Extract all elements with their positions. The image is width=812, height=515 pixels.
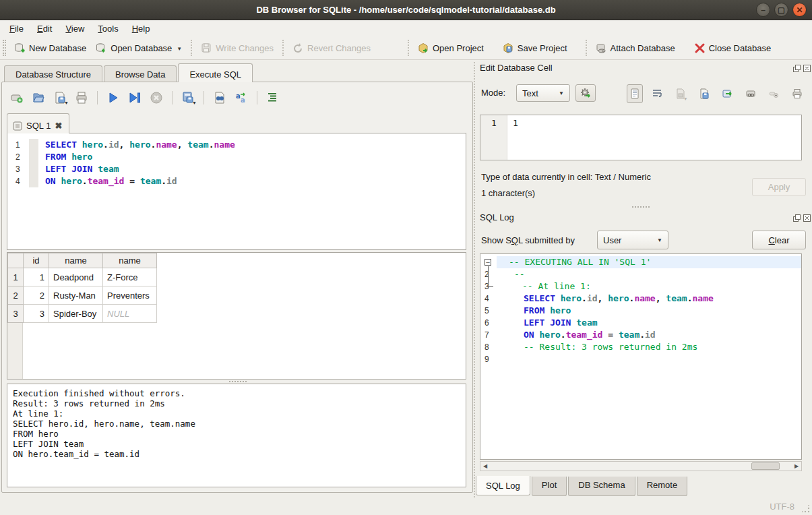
cell[interactable]: 2 [24,286,49,305]
corner-header[interactable] [8,253,24,268]
attach-database-button[interactable]: Attach Database [591,39,680,57]
column-header-id[interactable]: id [24,253,49,268]
log-line: 1 – -- EXECUTING ALL IN 'SQL 1' [480,256,801,268]
scrollbar-thumb[interactable] [751,462,780,470]
editor-line: 4 ON hero.team_id = team.id [7,175,466,187]
execution-message-panel[interactable]: Execution finished without errors. Resul… [7,384,466,487]
toolbar-separator [204,91,204,104]
editor-line: 3 LEFT JOIN team [7,163,466,175]
title-bar[interactable]: DB Browser for SQLite - /home/user/code/… [0,0,812,20]
column-header-name1[interactable]: name [49,253,103,268]
tab-sql-log[interactable]: SQL Log [476,476,530,495]
horizontal-scrollbar[interactable]: ◀ ▶ [480,461,802,471]
edit-cell-icon-bar: ▼ [627,84,803,104]
cell-editor[interactable]: 1 1 [480,115,802,160]
float-panel-icon[interactable] [792,64,801,72]
fold-collapse-icon[interactable]: – [485,259,491,266]
menu-file[interactable]: File [3,22,30,36]
save-file-icon[interactable] [698,86,710,101]
mode-combo[interactable]: Text ▼ [516,84,570,102]
close-tab-icon[interactable]: ✖ [55,121,62,131]
save-sql-file-icon[interactable]: ▼ [53,90,67,105]
text-mode-icon[interactable] [627,84,643,103]
open-sql-file-icon[interactable] [31,90,46,105]
menu-help[interactable]: Help [125,22,157,36]
sql-log-view[interactable]: 1 – -- EXECUTING ALL IN 'SQL 1' 2 -- 3 -… [480,253,802,460]
open-url-icon[interactable] [745,86,757,101]
results-grid[interactable]: id name name 1 1 Deadpond Z-Force 2 2 Ru… [7,252,466,380]
sql-file-icon [13,121,22,131]
svg-text:a: a [236,92,241,100]
revert-changes-button[interactable]: Revert Changes [288,39,375,57]
format-sql-icon[interactable] [266,90,280,105]
toolbar-separator [191,40,192,56]
mode-label: Mode: [481,88,505,98]
tab-execute-sql[interactable]: Execute SQL [178,63,253,82]
cell-null[interactable]: NULL [103,305,157,323]
tab-browse-data[interactable]: Browse Data [104,65,177,82]
set-null-icon[interactable] [768,86,780,101]
write-changes-icon [201,42,212,54]
export-data-icon[interactable] [721,86,733,101]
tab-db-schema[interactable]: DB Schema [568,477,635,496]
new-tab-icon[interactable] [9,90,24,105]
cell[interactable]: Preventers [103,286,157,305]
tab-database-structure[interactable]: Database Structure [4,65,102,82]
find-icon[interactable] [212,90,227,105]
execute-current-line-icon[interactable] [127,90,142,105]
column-header-name2[interactable]: name [103,253,157,268]
cell[interactable]: Deadpond [49,268,103,286]
auto-switch-mode-button[interactable] [575,84,596,102]
open-database-dropdown-icon[interactable]: ▼ [177,46,182,54]
cell[interactable]: Spider-Boy [49,305,103,323]
cell[interactable]: Rusty-Man [49,286,103,305]
close-database-button[interactable]: Close Database [689,39,776,57]
row-header[interactable]: 2 [8,286,24,305]
replace-icon[interactable]: aa [234,90,249,105]
stop-icon[interactable] [149,90,164,105]
tab-remote[interactable]: Remote [637,477,688,496]
maximize-icon[interactable]: ▢ [774,3,788,17]
pane-splitter[interactable] [474,62,475,497]
open-project-button[interactable]: Open Project [413,39,489,57]
resize-grip[interactable] [802,505,810,513]
scroll-right-icon[interactable]: ▶ [792,463,801,469]
toolbar-drag-handle[interactable] [3,40,6,56]
sql-editor-tab[interactable]: SQL 1 ✖ [7,113,69,133]
log-line: 3 -- At line 1: [480,280,801,293]
clear-button[interactable]: Clear [752,231,806,249]
cell[interactable]: 1 [24,268,49,286]
execute-all-icon[interactable] [106,90,121,105]
row-header[interactable]: 3 [8,305,24,323]
close-panel-icon[interactable] [803,64,811,72]
cell[interactable]: Z-Force [103,268,157,286]
splitter-handle[interactable] [632,206,650,208]
sql-tab-label: SQL 1 [26,121,51,131]
menu-edit[interactable]: Edit [30,22,59,36]
minimize-icon[interactable]: – [756,3,770,17]
save-project-icon [503,42,514,54]
print-cell-icon[interactable] [791,86,803,101]
word-wrap-icon[interactable] [651,86,663,101]
tab-plot[interactable]: Plot [532,477,567,496]
scroll-left-icon[interactable]: ◀ [480,463,490,469]
print-icon[interactable] [74,90,89,105]
float-panel-icon[interactable] [792,214,801,222]
menu-tools[interactable]: Tools [91,22,125,36]
open-database-button[interactable]: Open Database ▼ [91,39,187,57]
save-project-button[interactable]: Save Project [498,39,572,57]
row-header[interactable]: 1 [8,268,24,286]
write-changes-button[interactable]: Write Changes [196,39,278,57]
splitter-handle[interactable] [229,381,247,382]
sql-editor[interactable]: 1 SELECT hero.id, hero.name, team.name 2… [7,133,466,250]
cell[interactable]: 3 [24,305,49,323]
apply-button[interactable]: Apply [752,178,806,196]
save-results-icon[interactable]: ▼ [181,90,195,105]
submitted-by-combo[interactable]: User ▼ [597,231,668,249]
cell-type-info: Type of data currently in cell: Text / N… [481,172,651,182]
close-icon[interactable]: ✕ [792,3,807,17]
new-database-button[interactable]: New Database [9,39,91,57]
menu-view[interactable]: View [59,22,91,36]
close-panel-icon[interactable] [803,214,811,222]
import-file-icon[interactable]: ▼ [675,86,687,101]
